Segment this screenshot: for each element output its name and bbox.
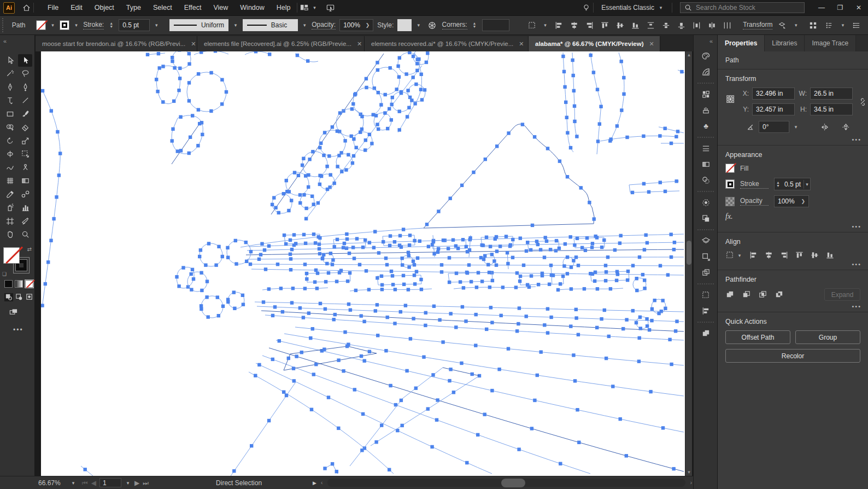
chevron-down-icon[interactable]: ▾ [125,479,131,487]
next-artboard-icon[interactable]: ▶ [134,479,139,487]
edit-toolbar-icon[interactable]: ••• [13,326,24,334]
align-center-horizontal-icon[interactable] [567,19,580,32]
offset-path-button[interactable]: Offset Path [725,330,790,344]
prev-artboard-icon[interactable]: ◀ [91,479,96,487]
chevron-right-icon[interactable]: ❯ [366,22,370,28]
chevron-down-icon[interactable]: ▾ [50,21,56,30]
tab-properties[interactable]: Properties [718,35,765,51]
lasso-tool[interactable] [18,67,32,80]
scroll-left-icon[interactable]: ‹ [321,480,322,486]
artboard-tool[interactable] [3,215,17,228]
more-options-icon[interactable]: ••• [852,223,861,230]
shape-builder-tool[interactable] [3,121,17,133]
brushes-panel-icon[interactable] [694,102,718,118]
menu-file[interactable]: File [42,0,64,15]
status-flyout-icon[interactable]: ▶ [313,480,316,486]
line-segment-tool[interactable] [18,94,32,107]
corners-label[interactable]: Corners: [442,21,467,30]
draw-behind-icon[interactable] [15,293,24,301]
panel-options-icon[interactable] [823,19,836,32]
opacity-label[interactable]: Opacity: [312,21,336,30]
stroke-swatch[interactable] [725,179,735,189]
stroke-swatch[interactable] [60,20,69,30]
paintbrush-tool[interactable] [18,108,32,120]
align-middle-vertical-icon[interactable] [613,19,626,32]
distribute-center-icon[interactable] [659,19,672,32]
align-right-icon[interactable] [779,251,789,260]
more-options-icon[interactable]: ••• [852,261,861,267]
corners-value[interactable] [482,19,510,31]
fill-indicator-none[interactable] [3,247,20,264]
minimize-button[interactable]: — [812,1,831,15]
document-tab[interactable]: moose start for brendon.ai @ 16.67% (RGB… [36,36,197,51]
close-button[interactable]: ✕ [849,1,868,15]
magic-wand-tool[interactable] [3,67,17,80]
align-top-icon[interactable] [598,19,611,32]
scroll-right-icon[interactable]: › [690,480,692,486]
stroke-weight-stepper[interactable]: ▲▼ [775,181,782,188]
stock-search[interactable] [680,2,805,13]
layers-panel-icon[interactable] [694,233,718,249]
width-profile-dropdown[interactable]: Uniform [169,19,228,31]
change-screen-mode-icon[interactable] [9,307,18,317]
fill-swatch[interactable] [725,164,735,173]
slice-tool[interactable] [18,215,32,228]
rotate-tool[interactable] [3,135,17,147]
align-bottom-icon[interactable] [629,19,642,32]
swatches-panel-icon[interactable] [694,86,718,102]
distribute-top-icon[interactable] [644,19,657,32]
chevron-down-icon[interactable]: ▾ [804,180,810,189]
menu-select[interactable]: Select [147,0,178,15]
more-options-icon[interactable]: ••• [852,136,861,143]
zoom-tool[interactable] [18,228,32,241]
align-bottom-icon[interactable] [825,251,835,260]
eyedropper-tool[interactable] [3,188,17,201]
more-options-icon[interactable]: ••• [852,303,861,310]
vertical-scrollbar[interactable]: ▲ ▼ [685,51,692,476]
direct-selection-tool[interactable] [18,54,32,67]
document-tab[interactable]: elements file [Recovered].ai @ 6.25% (RG… [197,36,365,51]
x-field[interactable] [752,88,795,100]
align-to-selector[interactable] [725,251,735,260]
gradient-panel-icon[interactable] [694,156,718,172]
menu-help[interactable]: Help [271,0,297,15]
horizontal-scrollbar[interactable]: ‹ › [321,476,692,489]
align-center-horizontal-icon[interactable] [764,251,773,260]
tab-libraries[interactable]: Libraries [765,35,805,51]
chevron-down-icon[interactable]: ▾ [793,123,799,131]
close-tab-icon[interactable]: ✕ [648,40,655,48]
hand-tool[interactable] [3,228,17,241]
fill-swatch[interactable] [36,20,45,30]
gradient-tool[interactable] [18,174,32,187]
chevron-down-icon[interactable]: ▾ [542,21,549,30]
pathfinder-intersect-icon[interactable] [758,290,767,299]
opacity-field[interactable]: 100% ❯ [774,195,809,207]
close-tab-icon[interactable]: ✕ [518,40,525,48]
stroke-stepper[interactable]: ▲▼ [108,22,115,28]
menu-edit[interactable]: Edit [64,0,89,15]
chevron-down-icon[interactable]: ▾ [154,21,160,30]
shaper-tool[interactable] [3,161,17,174]
transparency-panel-icon[interactable] [694,172,718,188]
last-artboard-icon[interactable]: ⏭ [143,479,149,487]
link-dimensions-icon[interactable] [858,97,867,107]
symbols-panel-icon[interactable]: ♣ [694,118,718,134]
distribute-space-right-icon[interactable] [720,19,734,32]
column-graph-tool[interactable] [18,201,32,214]
chevron-right-icon[interactable]: ❯ [801,199,805,204]
pathfinder-exclude-icon[interactable] [775,290,784,299]
scroll-up-icon[interactable]: ▲ [685,51,693,59]
group-button[interactable]: Group [795,330,860,344]
corners-stepper[interactable]: ▲▼ [471,22,478,28]
artboards-panel-icon[interactable] [694,249,718,265]
chevron-down-icon[interactable]: ▾ [793,21,800,30]
recolor-artwork-icon[interactable] [425,19,438,32]
close-tab-icon[interactable]: ✕ [356,40,363,48]
workspace-grid-icon[interactable] [807,19,819,32]
gradient-button[interactable] [15,280,23,288]
draw-normal-icon[interactable] [4,293,13,301]
symbol-sprayer-tool[interactable] [3,201,17,214]
color-guide-panel-icon[interactable] [694,64,718,80]
color-panel-icon[interactable] [694,48,718,64]
chevron-down-icon[interactable]: ▾ [232,21,239,30]
